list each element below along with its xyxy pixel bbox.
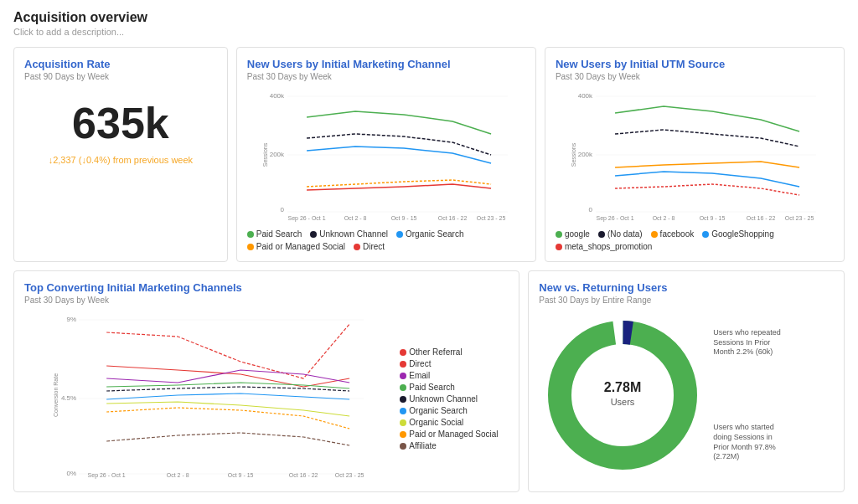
new-users-utm-chart: 400k 200k 0 Sessions Sep 26 - Oct 1 Oct … — [556, 88, 834, 224]
new-users-utm-title: New Users by Initial UTM Source — [556, 58, 834, 70]
new-users-channel-card: New Users by Initial Marketing Channel P… — [236, 47, 536, 262]
svg-text:Oct 23 -
25: Oct 23 - 25 — [477, 215, 506, 221]
svg-text:Sep 26 -
Oct 1: Sep 26 - Oct 1 — [287, 215, 325, 222]
new-vs-returning-card: New vs. Returning Users Past 30 Days by … — [528, 270, 845, 492]
svg-text:Sessions: Sessions — [262, 142, 268, 167]
page-description[interactable]: Click to add a description... — [13, 27, 845, 37]
top-converting-chart: 9% 4.5% 0% Conversion Rate Sep 26 - Oct … — [24, 311, 393, 481]
top-converting-legend: Other Referral Direct Email Paid Search … — [400, 316, 509, 481]
svg-text:Sep 26 - Oct 1: Sep 26 - Oct 1 — [88, 472, 126, 479]
new-users-utm-card: New Users by Initial UTM Source Past 30 … — [545, 47, 845, 262]
new-vs-returning-subtitle: Past 30 Days by Entire Range — [539, 296, 834, 305]
acquisition-rate-card: Acquisition Rate Past 90 Days by Week 63… — [13, 47, 228, 262]
donut-wrapper: 2.78M Users — [539, 311, 706, 479]
svg-text:Oct 23 -
25: Oct 23 - 25 — [785, 215, 814, 221]
new-users-channel-legend: Paid Search Unknown Channel Organic Sear… — [247, 229, 525, 251]
top-converting-content: 9% 4.5% 0% Conversion Rate Sep 26 - Oct … — [24, 311, 509, 481]
svg-text:400k: 400k — [269, 92, 284, 100]
annotation-top: Users who repeated Sessions In Prior Mon… — [713, 328, 788, 357]
svg-text:0%: 0% — [67, 470, 77, 477]
svg-text:9%: 9% — [67, 316, 77, 323]
svg-text:Sep 26 -
Oct 1: Sep 26 - Oct 1 — [596, 215, 633, 222]
svg-text:Oct 9 - 15: Oct 9 - 15 — [228, 472, 254, 478]
acquisition-rate-value: 635k — [24, 98, 217, 148]
new-users-utm-subtitle: Past 30 Days by Week — [556, 72, 834, 81]
svg-text:Oct 9 -
15: Oct 9 - 15 — [390, 215, 416, 221]
acquisition-rate-subtitle: Past 90 Days by Week — [24, 72, 217, 81]
new-users-utm-legend: google (No data) facebook GoogleShopping… — [556, 229, 834, 251]
bottom-grid: Top Converting Initial Marketing Channel… — [13, 270, 845, 492]
top-converting-title: Top Converting Initial Marketing Channel… — [24, 281, 509, 294]
new-users-channel-chart: 400k 200k 0 Sessions Sep 26 - Oct 1 Oct … — [247, 88, 525, 224]
svg-text:Users: Users — [611, 397, 635, 407]
svg-text:Oct 9 -
15: Oct 9 - 15 — [700, 215, 726, 221]
donut-annotations: Users who repeated Sessions In Prior Mon… — [713, 320, 788, 471]
svg-text:Oct 2 - 8: Oct 2 - 8 — [344, 215, 366, 221]
svg-text:0: 0 — [280, 206, 284, 213]
svg-text:Conversion Rate: Conversion Rate — [53, 373, 59, 417]
acquisition-rate-change: ↓2,337 (↓0.4%) from previous week — [24, 155, 217, 165]
acquisition-rate-title: Acquisition Rate — [24, 58, 217, 70]
page-container: Acquisition overview Click to add a desc… — [0, 0, 858, 502]
top-grid: Acquisition Rate Past 90 Days by Week 63… — [13, 47, 845, 262]
svg-text:400k: 400k — [578, 92, 593, 100]
svg-text:200k: 200k — [269, 151, 284, 158]
new-users-channel-title: New Users by Initial Marketing Channel — [247, 58, 525, 70]
new-vs-returning-title: New vs. Returning Users — [539, 281, 834, 294]
donut-row: 2.78M Users Users who repeated Sessions … — [539, 311, 834, 479]
top-converting-subtitle: Past 30 Days by Week — [24, 296, 509, 305]
svg-text:Oct 16 - 22: Oct 16 - 22 — [289, 472, 318, 478]
svg-point-36 — [560, 332, 685, 458]
annotation-bottom: Users who started doing Sessions in Prio… — [713, 423, 788, 462]
svg-text:2.78M: 2.78M — [604, 380, 641, 394]
svg-text:0: 0 — [588, 206, 592, 213]
svg-text:Oct 16 -
22: Oct 16 - 22 — [438, 215, 468, 221]
svg-text:Oct 23 - 25: Oct 23 - 25 — [335, 472, 364, 478]
new-users-channel-subtitle: Past 30 Days by Week — [247, 72, 525, 81]
svg-text:4.5%: 4.5% — [61, 394, 76, 402]
page-title: Acquisition overview — [13, 10, 845, 25]
svg-text:Oct 2 - 8: Oct 2 - 8 — [653, 215, 675, 221]
svg-text:Sessions: Sessions — [571, 142, 576, 167]
svg-text:Oct 16 -
22: Oct 16 - 22 — [747, 215, 776, 221]
svg-text:200k: 200k — [578, 151, 593, 158]
svg-text:Oct 2 - 8: Oct 2 - 8 — [167, 472, 189, 478]
top-converting-card: Top Converting Initial Marketing Channel… — [13, 270, 519, 492]
